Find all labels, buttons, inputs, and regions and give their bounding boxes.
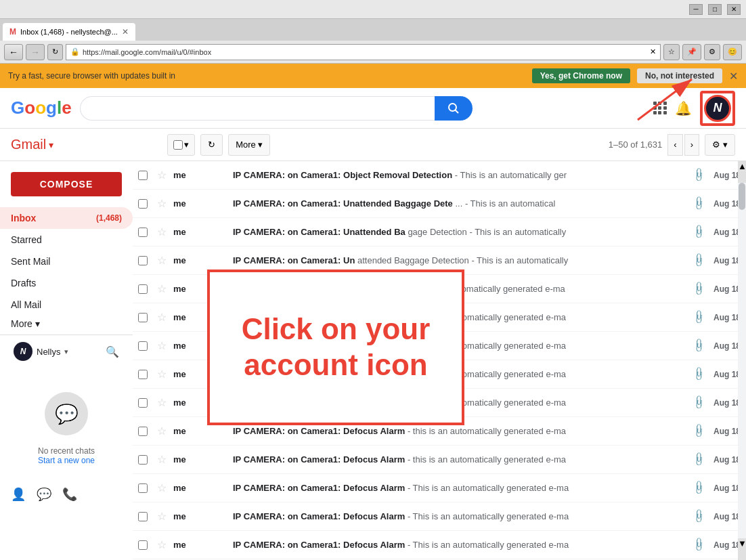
- row-checkbox-input[interactable]: [138, 370, 148, 379]
- sidebar-item-more[interactable]: More ▾: [0, 316, 133, 332]
- email-row[interactable]: ☆ me IP CAMERA: on Camera1: Defocus Alar…: [133, 417, 746, 446]
- row-checkbox-input[interactable]: [138, 398, 148, 408]
- star-icon[interactable]: ☆: [157, 481, 173, 494]
- scrollbar[interactable]: ▲ ▼: [738, 161, 746, 560]
- emoji-button[interactable]: 😊: [723, 44, 742, 60]
- star-icon[interactable]: ☆: [157, 538, 173, 551]
- row-checkbox-input[interactable]: [138, 512, 148, 521]
- forward-button[interactable]: →: [26, 44, 45, 60]
- address-bar[interactable]: 🔒 https://mail.google.com/mail/u/0/#inbo…: [66, 44, 661, 60]
- row-checkbox-input[interactable]: [138, 199, 148, 209]
- search-button[interactable]: [435, 96, 473, 121]
- sidebar-item-inbox[interactable]: Inbox (1,468): [0, 207, 133, 229]
- star-icon[interactable]: ☆: [157, 339, 173, 352]
- banner-close-button[interactable]: ✕: [729, 70, 738, 83]
- star-icon[interactable]: ☆: [157, 225, 173, 238]
- sidebar-item-drafts[interactable]: Drafts: [0, 272, 133, 294]
- email-row[interactable]: ☆ me IP CAMERA: on Camera1: Defocus Alar…: [133, 389, 746, 417]
- star-icon[interactable]: ☆: [157, 396, 173, 409]
- email-row[interactable]: ☆ me IP CAMERA: on Camera1: Defocus Alar…: [133, 531, 746, 559]
- row-checkbox[interactable]: [138, 398, 154, 408]
- row-checkbox[interactable]: [138, 455, 154, 465]
- row-checkbox[interactable]: [138, 341, 154, 351]
- scrollbar-thumb[interactable]: [739, 183, 745, 210]
- row-checkbox-input[interactable]: [138, 256, 148, 265]
- row-checkbox[interactable]: [138, 512, 154, 521]
- phone-icon[interactable]: 📞: [62, 487, 77, 502]
- notification-icon[interactable]: 🔔: [675, 100, 692, 116]
- scroll-up-button[interactable]: ▲: [738, 161, 746, 183]
- blank-tab[interactable]: [137, 23, 177, 41]
- yes-chrome-button[interactable]: Yes, get Chrome now: [532, 68, 630, 83]
- bookmark-button[interactable]: 📌: [682, 44, 701, 60]
- row-checkbox[interactable]: [138, 228, 154, 237]
- email-row[interactable]: ☆ me IP CAMERA: on Camera1: Defocus Alar…: [133, 474, 746, 502]
- grid-icon[interactable]: [653, 102, 667, 114]
- email-row[interactable]: ☆ me IP CAMERA: on Camera1: Defocus Alar…: [133, 446, 746, 474]
- row-checkbox[interactable]: [138, 427, 154, 436]
- star-icon[interactable]: ☆: [157, 368, 173, 381]
- no-chrome-button[interactable]: No, not interested: [637, 68, 722, 83]
- sidebar-item-sent[interactable]: Sent Mail: [0, 251, 133, 272]
- active-tab[interactable]: M Inbox (1,468) - nellystech@... ✕: [3, 23, 135, 41]
- gmail-label[interactable]: Gmail ▾: [11, 137, 53, 152]
- email-row[interactable]: ☆ me IP CAMERA: on Camera1: Defocus Alar…: [133, 332, 746, 360]
- row-checkbox-input[interactable]: [138, 427, 148, 436]
- email-row[interactable]: ☆ me IP CAMERA: on Camera1: Unattended B…: [133, 190, 746, 218]
- account-icon[interactable]: N: [704, 95, 731, 122]
- row-checkbox-input[interactable]: [138, 540, 148, 550]
- email-row[interactable]: ☆ me IP CAMERA: on Camera1: Un attended …: [133, 246, 746, 275]
- star-icon[interactable]: ☆: [157, 197, 173, 210]
- row-checkbox[interactable]: [138, 540, 154, 550]
- scroll-down-button[interactable]: ▼: [738, 538, 746, 560]
- refresh-button[interactable]: ↻: [200, 134, 223, 156]
- star-icon[interactable]: ☆: [157, 425, 173, 437]
- email-row[interactable]: ☆ me IP CAMERA: on Camera1: Defocus Alar…: [133, 360, 746, 389]
- email-row[interactable]: ☆ me IP CAMERA: on Camera1: Defocus Alar…: [133, 303, 746, 332]
- select-all-checkbox[interactable]: ▾: [167, 134, 195, 156]
- row-checkbox-input[interactable]: [138, 341, 148, 351]
- email-row[interactable]: ☆ me IP CAMERA: on Camera1: Object Remov…: [133, 161, 746, 190]
- star-icon[interactable]: ☆: [157, 169, 173, 181]
- checkbox-input[interactable]: [173, 140, 183, 150]
- close-button[interactable]: ✕: [727, 4, 741, 15]
- next-page-button[interactable]: ›: [684, 134, 699, 156]
- person-icon[interactable]: 👤: [11, 487, 26, 502]
- row-checkbox[interactable]: [138, 483, 154, 493]
- star-icon[interactable]: ☆: [157, 254, 173, 267]
- row-checkbox[interactable]: [138, 199, 154, 209]
- row-checkbox[interactable]: [138, 256, 154, 265]
- refresh-button[interactable]: ↻: [47, 44, 63, 60]
- star-button[interactable]: ☆: [663, 44, 680, 60]
- row-checkbox-input[interactable]: [138, 313, 148, 322]
- star-icon[interactable]: ☆: [157, 510, 173, 523]
- email-row[interactable]: ☆ me IP CAMERA: on Camera1: Defocus Alar…: [133, 502, 746, 531]
- settings-button[interactable]: ⚙ ▾: [705, 134, 735, 156]
- tab-close-button[interactable]: ✕: [122, 27, 129, 37]
- minimize-button[interactable]: ─: [689, 4, 703, 15]
- email-row[interactable]: ☆ me IP CAMERA: on Camera1: Unattended B…: [133, 218, 746, 246]
- compose-button[interactable]: COMPOSE: [11, 172, 122, 196]
- row-checkbox[interactable]: [138, 171, 154, 180]
- row-checkbox-input[interactable]: [138, 284, 148, 294]
- star-icon[interactable]: ☆: [157, 453, 173, 466]
- sidebar-item-allmail[interactable]: All Mail: [0, 294, 133, 316]
- prev-page-button[interactable]: ‹: [667, 134, 682, 156]
- start-new-chat-link[interactable]: Start a new one: [38, 456, 95, 465]
- row-checkbox-input[interactable]: [138, 171, 148, 180]
- row-checkbox[interactable]: [138, 370, 154, 379]
- row-checkbox-input[interactable]: [138, 228, 148, 237]
- search-people-icon[interactable]: 🔍: [106, 345, 119, 358]
- chat-icon[interactable]: 💬: [37, 487, 51, 502]
- back-button[interactable]: ←: [4, 44, 23, 60]
- row-checkbox[interactable]: [138, 313, 154, 322]
- email-row[interactable]: ☆ me IP CAMERA: on Ca mera1: Defocus Ala…: [133, 275, 746, 303]
- gmail-dropdown-icon[interactable]: ▾: [49, 139, 53, 150]
- more-button[interactable]: More ▾: [228, 134, 270, 156]
- settings-cog[interactable]: ⚙: [704, 44, 720, 60]
- user-dropdown-icon[interactable]: ▾: [64, 347, 68, 356]
- star-icon[interactable]: ☆: [157, 311, 173, 324]
- sidebar-item-starred[interactable]: Starred: [0, 229, 133, 251]
- maximize-button[interactable]: □: [708, 4, 722, 15]
- checkbox-dropdown-icon[interactable]: ▾: [184, 139, 189, 150]
